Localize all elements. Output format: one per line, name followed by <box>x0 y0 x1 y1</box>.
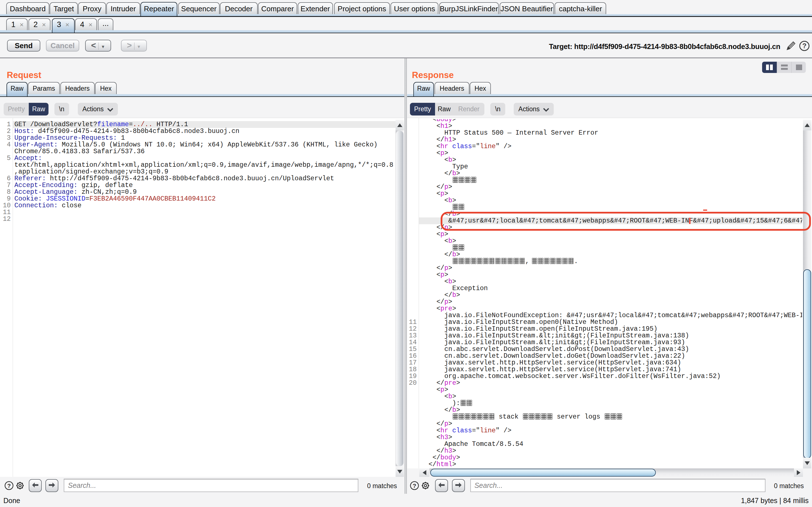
svg-text:?: ? <box>413 483 416 489</box>
svg-text:?: ? <box>802 42 807 50</box>
svg-text:?: ? <box>7 483 11 489</box>
